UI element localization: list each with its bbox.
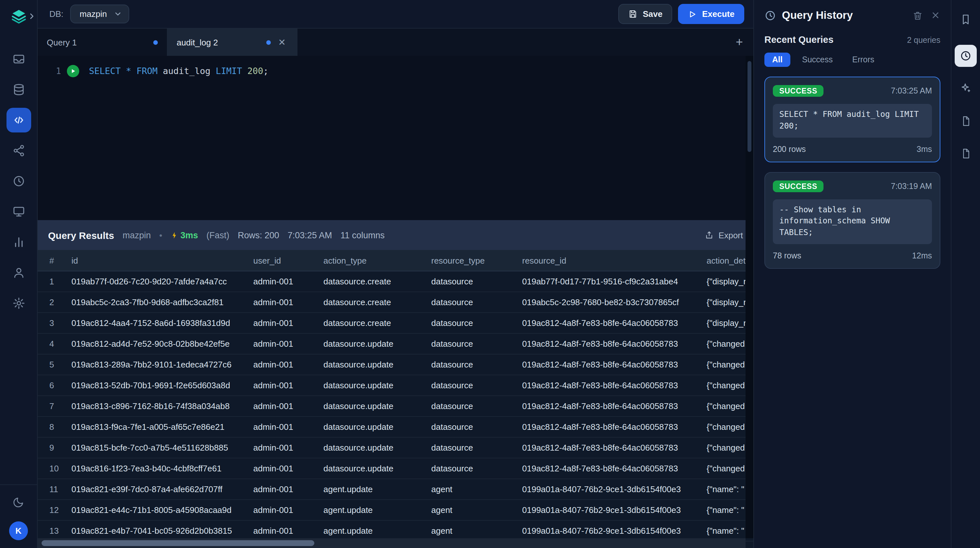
table-cell: datasource <box>431 422 522 432</box>
sidebar-item-databases[interactable] <box>6 77 31 102</box>
table-cell: admin-001 <box>253 401 323 411</box>
sidebar-item-settings[interactable] <box>6 291 31 316</box>
history-filter-errors[interactable]: Errors <box>844 52 882 67</box>
snippets-button[interactable] <box>955 110 977 132</box>
results-header-row: #iduser_idaction_typeresource_typeresour… <box>38 250 753 272</box>
theme-toggle-button[interactable] <box>8 491 29 512</box>
table-cell: 019ac812-4a8f-7e83-b8fe-64ac06058783 <box>522 401 706 411</box>
table-cell: agent.update <box>323 526 431 536</box>
column-header[interactable]: resource_id <box>522 256 706 265</box>
table-cell: 1 <box>49 276 72 286</box>
card-footer: 200 rows 3ms <box>773 145 932 154</box>
table-row[interactable]: 10019ac816-1f23-7ea3-b40c-4cbf8cff7e61ad… <box>38 458 753 479</box>
editor-line-1: 1 SELECT * FROM audit_log LIMIT 200; <box>38 62 753 80</box>
sql-token: 200 <box>242 65 263 76</box>
lightning-icon <box>171 231 178 239</box>
sidebar-item-analytics[interactable] <box>6 230 31 254</box>
table-cell: admin-001 <box>253 422 323 432</box>
history-filter-success[interactable]: Success <box>794 52 841 67</box>
moon-icon <box>12 496 25 508</box>
column-header[interactable]: user_id <box>253 256 323 265</box>
column-header[interactable]: # <box>49 256 72 265</box>
sidebar-item-connections[interactable] <box>6 138 31 163</box>
table-row[interactable]: 3019ac812-4aa4-7152-8a6d-16938fa31d9dadm… <box>38 313 753 334</box>
tab-audit-log-2[interactable]: audit_log 2 ✕ <box>167 29 298 56</box>
sql-editor[interactable]: 1 SELECT * FROM audit_log LIMIT 200; <box>38 56 753 220</box>
column-header[interactable]: id <box>72 256 253 265</box>
topbar-actions: Save Execute <box>618 4 745 24</box>
vertical-scrollbar[interactable] <box>746 56 753 538</box>
table-cell: admin-001 <box>253 443 323 453</box>
close-panel-button[interactable] <box>931 10 940 20</box>
card-duration: 3ms <box>917 145 932 154</box>
tab-close-icon[interactable]: ✕ <box>276 37 288 48</box>
clear-history-button[interactable] <box>912 10 923 21</box>
sidebar-expand-chevron-icon[interactable] <box>27 12 37 21</box>
table-cell: admin-001 <box>253 526 323 536</box>
history-card[interactable]: SUCCESS 7:03:25 AM SELECT * FROM audit_l… <box>764 76 940 162</box>
table-cell: 019ac821-e39f-7dc0-87a4-afe662d707ff <box>72 484 253 494</box>
table-row[interactable]: 2019abc5c-2ca3-7fb0-9d68-adfbc3ca2f81adm… <box>38 292 753 313</box>
table-row[interactable]: 7019ac813-c896-7162-8b16-74f38a034ab8adm… <box>38 396 753 417</box>
user-avatar[interactable]: K <box>9 521 28 540</box>
app-logo-icon[interactable] <box>10 8 27 25</box>
db-selector[interactable]: mazpin <box>70 5 129 23</box>
history-clock-icon <box>764 10 776 21</box>
new-tab-button[interactable]: + <box>736 35 743 49</box>
table-row[interactable]: 1019ab77f-0d26-7c20-9d20-7afde7a4a7ccadm… <box>38 272 753 292</box>
unsaved-dot <box>267 40 271 44</box>
query-history-button[interactable] <box>955 45 977 67</box>
table-row[interactable]: 11019ac821-e39f-7dc0-87a4-afe662d707ffad… <box>38 479 753 500</box>
save-button[interactable]: Save <box>618 4 673 24</box>
sidebar-item-history[interactable] <box>6 169 31 194</box>
sql-token: audit_log <box>158 65 216 76</box>
table-row[interactable]: 4019ac812-ad4d-7e52-90c8-02b8be42ef5eadm… <box>38 334 753 354</box>
hard-drive-icon <box>12 52 25 65</box>
sidebar-item-users[interactable] <box>6 260 31 285</box>
table-row[interactable]: 6019ac813-52db-70b1-9691-f2e65d603a8dadm… <box>38 375 753 396</box>
table-cell: 019ac812-4a8f-7e83-b8fe-64ac06058783 <box>522 360 706 369</box>
bookmarks-button[interactable] <box>955 8 977 30</box>
tab-label: Query 1 <box>47 37 77 47</box>
table-cell: admin-001 <box>253 297 323 307</box>
history-filter-all[interactable]: All <box>764 52 791 67</box>
card-footer: 78 rows 12ms <box>773 251 932 260</box>
table-cell: 019ac812-4aa4-7152-8a6d-16938fa31d9d <box>72 318 253 328</box>
card-query-text: SELECT * FROM audit_log LIMIT 200; <box>773 104 932 137</box>
vertical-scrollbar-thumb[interactable] <box>748 61 751 152</box>
save-icon <box>628 9 638 19</box>
table-cell: 10 <box>49 464 72 473</box>
ai-assistant-button[interactable] <box>955 77 977 99</box>
sidebar-item-storage[interactable] <box>6 47 31 71</box>
unsaved-dot <box>153 40 158 44</box>
sidebar-item-sql-editor[interactable] <box>6 108 31 132</box>
table-cell: 11 <box>49 484 72 494</box>
column-header[interactable]: action_type <box>323 256 431 265</box>
table-cell: 019ab77f-0d26-7c20-9d20-7afde7a4a7cc <box>72 276 253 286</box>
table-row[interactable]: 12019ac821-e44c-71b1-8005-a45908acaa9dad… <box>38 500 753 521</box>
card-header: SUCCESS 7:03:19 AM <box>773 180 932 192</box>
table-row[interactable]: 9019ac815-bcfe-7cc0-a7b5-4e511628b885adm… <box>38 438 753 458</box>
export-button[interactable]: Export <box>705 230 743 240</box>
results-body: 1019ab77f-0d26-7c20-9d20-7afde7a4a7ccadm… <box>38 272 753 548</box>
table-cell: 019ac815-bcfe-7cc0-a7b5-4e511628b885 <box>72 443 253 453</box>
table-row[interactable]: 8019ac813-f9ca-7fe1-a005-af65c7e86e21adm… <box>38 417 753 438</box>
column-header[interactable]: resource_type <box>431 256 522 265</box>
execute-button[interactable]: Execute <box>678 4 744 24</box>
table-row[interactable]: 5019ac813-289a-7bb2-9101-1edeca4727c6adm… <box>38 354 753 375</box>
history-card[interactable]: SUCCESS 7:03:19 AM -- Show tables in inf… <box>764 172 940 269</box>
horizontal-scrollbar[interactable] <box>38 538 746 548</box>
saved-queries-button[interactable] <box>955 142 977 164</box>
horizontal-scrollbar-thumb[interactable] <box>41 540 314 546</box>
sidebar-item-sessions[interactable] <box>6 199 31 224</box>
table-cell: datasource.create <box>323 276 431 286</box>
run-line-button[interactable] <box>67 65 79 77</box>
tab-query-1[interactable]: Query 1 <box>38 29 167 56</box>
table-cell: 019ac812-4a8f-7e83-b8fe-64ac06058783 <box>522 318 706 328</box>
card-duration: 12ms <box>912 251 932 260</box>
table-cell: datasource.update <box>323 401 431 411</box>
table-cell: admin-001 <box>253 464 323 473</box>
play-icon <box>70 68 76 74</box>
run-time: 7:03:25 AM <box>288 230 332 240</box>
card-header: SUCCESS 7:03:25 AM <box>773 85 932 97</box>
